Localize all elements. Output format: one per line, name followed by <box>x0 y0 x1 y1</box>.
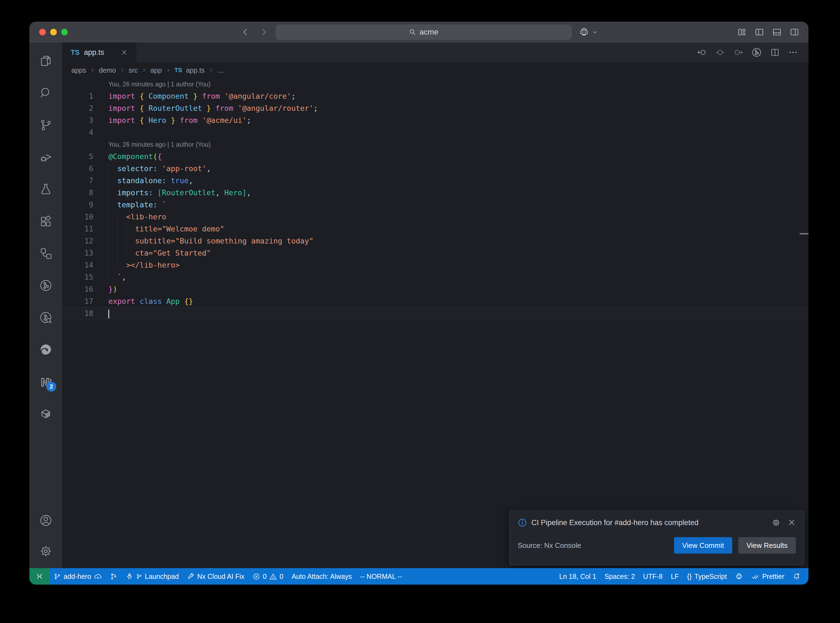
problems-status[interactable]: 0 0 <box>249 568 287 585</box>
prettier-status[interactable]: Prettier <box>747 568 788 585</box>
gitlens-icon[interactable] <box>39 279 52 292</box>
errors-count: 0 <box>263 572 267 580</box>
warnings-icon <box>269 573 277 580</box>
nav-back-icon[interactable] <box>697 48 707 57</box>
line-number: 9 <box>63 199 93 211</box>
git-branch-status[interactable]: add-hero <box>49 568 106 585</box>
more-actions-icon[interactable] <box>788 48 798 57</box>
code-line[interactable]: 2import { RouterOutlet } from '@angular/… <box>63 102 808 114</box>
launchpad-label: Launchpad <box>145 572 179 580</box>
explorer-icon[interactable] <box>39 54 52 68</box>
settings-gear-icon[interactable] <box>39 545 52 558</box>
rocket-icon <box>126 572 133 580</box>
breadcrumb-item[interactable]: app <box>150 66 162 74</box>
minimize-window-button[interactable] <box>50 29 57 35</box>
view-commit-button[interactable]: View Commit <box>674 537 733 554</box>
copilot-status[interactable] <box>731 568 747 585</box>
breadcrumb-item[interactable]: src <box>129 66 138 74</box>
notifications-bell[interactable] <box>788 568 805 585</box>
line-number: 8 <box>63 187 93 199</box>
search-sidebar-icon[interactable] <box>39 86 52 100</box>
nx-console-icon[interactable]: 2 <box>39 375 52 388</box>
breadcrumb-item[interactable]: apps <box>71 66 86 74</box>
run-debug-icon[interactable] <box>39 150 52 164</box>
containers-icon[interactable] <box>39 407 52 420</box>
gitlens-inspect-icon[interactable] <box>39 311 52 324</box>
code-line[interactable]: 6 selector: 'app-root', <box>63 163 808 175</box>
git-compare-icon <box>110 573 117 580</box>
braces-icon: {} <box>687 572 692 580</box>
toggle-secondary-sidebar-icon[interactable] <box>790 28 799 37</box>
language-status[interactable]: {}TypeScript <box>683 568 731 585</box>
code-line[interactable]: 4 <box>63 126 808 138</box>
history-back-icon[interactable] <box>241 28 250 37</box>
split-editor-icon[interactable] <box>770 48 780 57</box>
code-line[interactable]: 17export class App {} <box>63 295 808 307</box>
project-structure-icon[interactable] <box>39 247 52 260</box>
close-tab-icon[interactable] <box>121 49 128 56</box>
code-line[interactable]: 5@Component({ <box>63 150 808 163</box>
code-line[interactable]: 12 subtitle="Build something amazing tod… <box>63 235 808 247</box>
source-control-icon[interactable] <box>39 118 52 132</box>
breadcrumb-file[interactable]: app.ts <box>186 66 205 74</box>
zoom-window-button[interactable] <box>61 29 68 35</box>
line-number: 15 <box>63 271 93 283</box>
search-query: acme <box>419 28 438 37</box>
code-line[interactable]: 14 ></lib-hero> <box>63 259 808 271</box>
code-line[interactable]: 9 template: ` <box>63 199 808 211</box>
indentation-status[interactable]: Spaces: 2 <box>600 568 639 585</box>
code-line[interactable]: 13 cta="Get Started" <box>63 247 808 259</box>
breadcrumb-overflow[interactable]: … <box>217 66 224 74</box>
cursor-position-status[interactable]: Ln 18, Col 1 <box>555 568 600 585</box>
activity-bar: 2 <box>29 43 63 568</box>
commit-graph-icon[interactable] <box>751 47 762 58</box>
view-results-button[interactable]: View Results <box>738 537 796 554</box>
code-lines: You, 26 minutes ago | 1 author (You)1imp… <box>63 78 808 319</box>
launchpad-status[interactable]: Launchpad <box>121 568 183 585</box>
code-line[interactable]: 3import { Hero } from '@acme/ui'; <box>63 114 808 126</box>
line-number: 11 <box>63 223 93 235</box>
code-line[interactable]: 8 imports: [RouterOutlet, Hero], <box>63 187 808 199</box>
remote-indicator[interactable] <box>29 568 49 585</box>
code-line[interactable]: 16}) <box>63 283 808 295</box>
code-line[interactable]: 10 <lib-hero <box>63 211 808 223</box>
code-line[interactable]: 18 <box>63 307 808 319</box>
auto-attach-status[interactable]: Auto Attach: Always <box>287 568 356 585</box>
code-line[interactable]: 1import { Component } from '@angular/cor… <box>63 90 808 102</box>
nx-cloud-fix-status[interactable]: Nx Cloud AI Fix <box>183 568 249 585</box>
edge-devtools-icon[interactable] <box>39 343 52 356</box>
close-window-button[interactable] <box>39 29 46 35</box>
history-forward-icon[interactable] <box>259 28 268 37</box>
tab-app-ts[interactable]: TS app.ts <box>63 43 136 62</box>
testing-icon[interactable] <box>39 183 52 196</box>
line-number: 17 <box>63 295 93 307</box>
breadcrumb-item[interactable]: demo <box>99 66 116 74</box>
command-center-search[interactable]: acme <box>276 25 571 40</box>
encoding-status[interactable]: UTF-8 <box>639 568 667 585</box>
account-icon[interactable] <box>39 514 52 527</box>
notification-close-icon[interactable] <box>788 518 796 527</box>
chevron-right-icon <box>209 68 213 73</box>
window-controls <box>39 29 68 35</box>
chevron-down-icon[interactable] <box>592 29 598 35</box>
toggle-panel-icon[interactable] <box>772 28 782 37</box>
git-compare-status[interactable] <box>106 568 121 585</box>
vim-mode-status[interactable]: -- NORMAL -- <box>356 568 406 585</box>
typescript-file-icon: TS <box>71 49 80 57</box>
chevron-right-icon <box>120 68 125 73</box>
code-line[interactable]: 11 title="Welcmoe demo" <box>63 223 808 235</box>
eol-status[interactable]: LF <box>666 568 683 585</box>
mini-branch-icon <box>136 573 142 579</box>
copilot-icon[interactable] <box>579 27 590 38</box>
status-bar: add-hero Launchpad Nx Cloud AI Fix 0 0 A… <box>29 568 808 585</box>
code-line[interactable]: 15 `, <box>63 271 808 283</box>
customize-layout-icon[interactable] <box>737 28 746 37</box>
nav-current-icon[interactable] <box>715 48 725 57</box>
toggle-primary-sidebar-icon[interactable] <box>755 28 764 37</box>
notification-settings-icon[interactable] <box>772 518 780 527</box>
code-line[interactable]: 7 standalone: true, <box>63 175 808 187</box>
extensions-icon[interactable] <box>39 215 52 228</box>
code-editor[interactable]: You, 26 minutes ago | 1 author (You)1imp… <box>63 78 808 568</box>
nav-forward-icon[interactable] <box>733 48 743 57</box>
scrollbar-marker[interactable] <box>800 233 808 235</box>
